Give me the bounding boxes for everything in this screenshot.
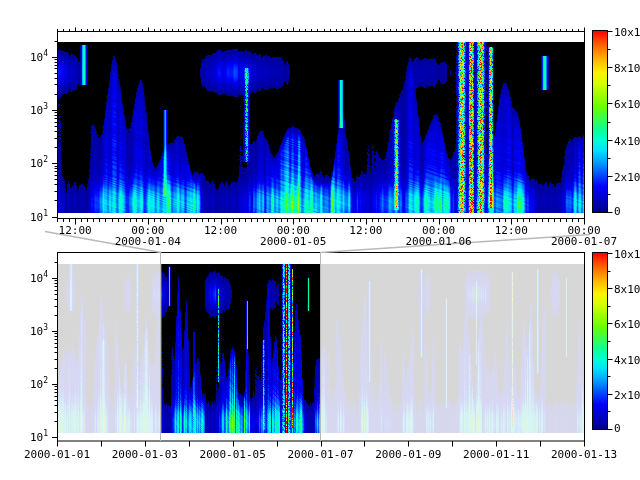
top-spectrogram-image [57,42,584,213]
colorbar-tick-label-top: 2x107 [614,170,640,183]
colorbar-tick-label-bottom: 4x107 [614,353,640,366]
colorbar-tick-label-top: 10x107 [614,25,640,38]
y-tick-label-top: 102 [16,156,48,169]
bottom-x-tick-label: 2000-01-11 [463,449,529,460]
colorbar-tick-label-bottom: 10x107 [614,247,640,260]
top-x-tick-label: 12:00 [204,225,237,236]
zoom-selection-region[interactable] [160,252,321,441]
bottom-x-tick-label: 2000-01-01 [24,449,90,460]
top-x-date-label: 2000-01-06 [405,236,471,247]
colorbar-tick-label-bottom: 2x107 [614,388,640,401]
y-tick-label-top: 101 [16,210,48,223]
top-x-date-label: 2000-01-07 [551,236,617,247]
y-tick-label-bottom: 104 [16,271,48,284]
top-x-tick-label: 12:00 [349,225,382,236]
spectrogram-figure: 12:0000:002000-01-0412:0000:002000-01-05… [0,0,640,480]
top-x-tick-label: 12:00 [495,225,528,236]
bottom-x-tick-label: 2000-01-09 [375,449,441,460]
y-tick-label-top: 103 [16,103,48,116]
bottom-x-tick-label: 2000-01-07 [287,449,353,460]
colorbar-tick-label-top: 4x107 [614,134,640,147]
bottom-x-tick-label: 2000-01-13 [551,449,617,460]
colorbar-tick-label-top: 8x107 [614,61,640,74]
y-tick-label-bottom: 101 [16,430,48,443]
colorbar-tick-label-bottom: 0 [614,423,621,434]
colorbar-tick-label-bottom: 6x107 [614,317,640,330]
bottom-x-tick-label: 2000-01-03 [112,449,178,460]
top-colorbar-gradient [593,31,607,212]
colorbar-tick-label-bottom: 8x107 [614,282,640,295]
bottom-x-tick-label: 2000-01-05 [200,449,266,460]
y-tick-label-top: 104 [16,50,48,63]
y-tick-label-bottom: 103 [16,324,48,337]
top-x-date-label: 2000-01-05 [260,236,326,247]
bottom-colorbar-gradient [593,253,607,429]
colorbar-tick-label-top: 0 [614,206,621,217]
top-x-tick-label: 12:00 [59,225,92,236]
y-tick-label-bottom: 102 [16,377,48,390]
colorbar-tick-label-top: 6x107 [614,97,640,110]
top-x-date-label: 2000-01-04 [115,236,181,247]
